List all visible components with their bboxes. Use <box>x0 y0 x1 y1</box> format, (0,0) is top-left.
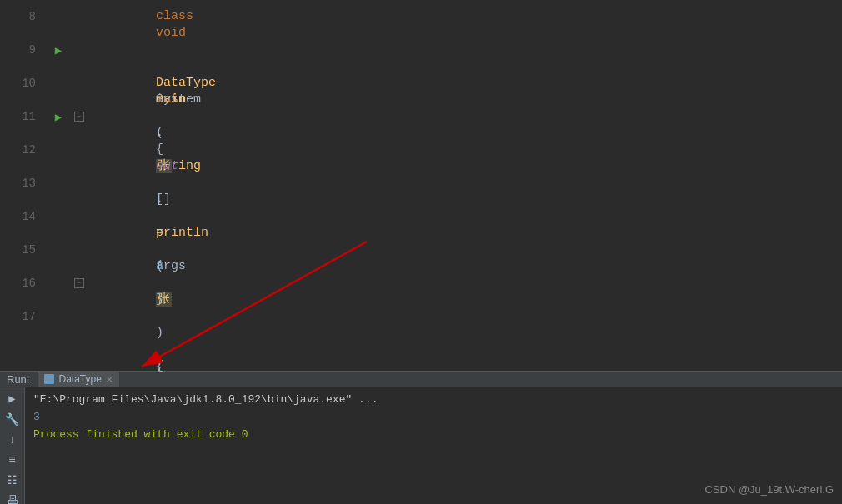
system-class: System <box>156 92 201 107</box>
editor-area: 8 9 ▶ public class DataType { <box>0 0 842 371</box>
run-arrow-11[interactable]: ▶ <box>55 110 62 124</box>
line-number-8: 8 <box>0 10 46 23</box>
semicolon-14: ; <box>156 359 163 373</box>
line-number-12: 12 <box>0 143 46 157</box>
dot2: . <box>156 192 163 207</box>
code-line-16: 16 – } <box>0 267 842 300</box>
fold-gutter-16[interactable]: – <box>71 278 88 288</box>
space <box>156 0 163 7</box>
line-number-17: 17 <box>0 310 46 323</box>
fold-marker-11[interactable]: – <box>74 112 84 122</box>
wrench-icon[interactable]: 🔧 <box>5 412 19 427</box>
output-line-4: Process finished with exit code 0 <box>33 427 834 444</box>
run-panel-sidebar: ▶ 🔧 ↓ ≡ ☷ 🖶 <box>0 387 25 504</box>
line-number-10: 10 <box>0 77 46 90</box>
line-number-11: 11 <box>0 110 46 123</box>
out-field: out <box>156 159 178 173</box>
play-button[interactable]: ▶ <box>8 392 15 406</box>
watermark: CSDN @Ju_19t.W-cheri.G <box>704 483 834 496</box>
output-number-3: 3 <box>33 411 40 423</box>
indent-14 <box>156 59 216 73</box>
print-icon[interactable]: 🖶 <box>7 494 18 504</box>
align-icon[interactable]: ≡ <box>8 453 15 467</box>
indent-16 <box>156 259 186 273</box>
dot1: . <box>156 126 163 140</box>
output-process-text: Process finished with exit code 0 <box>33 428 248 441</box>
download-button[interactable]: ↓ <box>8 433 15 447</box>
layout-icon[interactable]: ☷ <box>7 473 18 487</box>
run-gutter-9[interactable]: ▶ <box>46 43 71 57</box>
line-number-9: 9 <box>0 43 46 57</box>
fold-marker-16[interactable]: – <box>74 278 84 288</box>
line-number-13: 13 <box>0 177 46 190</box>
line-number-16: 16 <box>0 277 46 290</box>
file-icon <box>44 374 54 384</box>
code-line-17: 17 <box>0 300 842 333</box>
run-arrow-9[interactable]: ▶ <box>55 43 62 57</box>
fold-gutter-11[interactable]: – <box>71 112 88 122</box>
run-label: Run: <box>7 373 29 386</box>
run-gutter-11[interactable]: ▶ <box>46 110 71 124</box>
line-number-14: 14 <box>0 210 46 223</box>
line-number-15: 15 <box>0 243 46 257</box>
